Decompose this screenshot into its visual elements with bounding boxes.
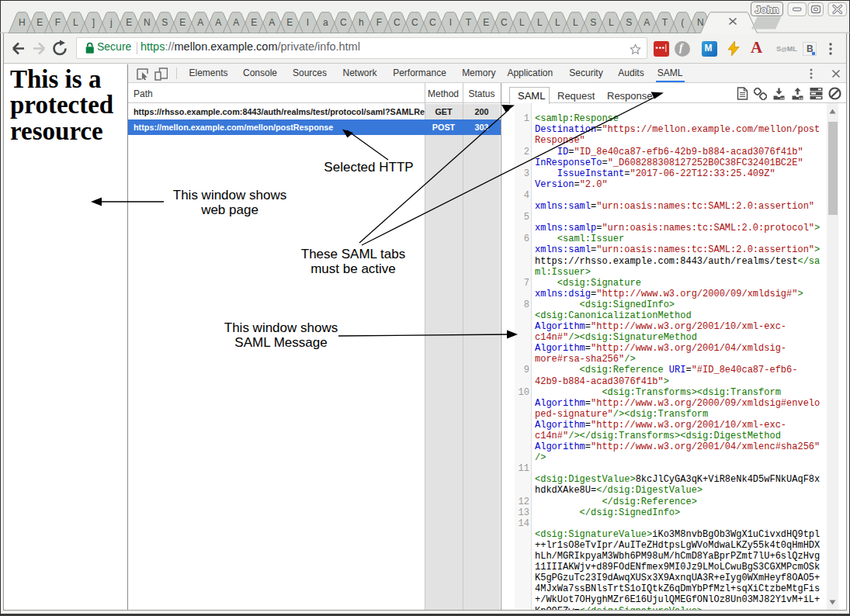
svg-text:L: L xyxy=(609,17,614,28)
svg-text:(: ( xyxy=(681,17,684,28)
svg-text:E: E xyxy=(286,17,293,28)
svg-text:C: C xyxy=(394,17,401,28)
svg-text:h: h xyxy=(359,17,364,28)
svg-text:L: L xyxy=(555,17,560,28)
svg-text:E: E xyxy=(483,17,489,28)
svg-text:E: E xyxy=(179,17,186,28)
svg-text:H: H xyxy=(19,17,26,28)
svg-text:T: T xyxy=(662,17,668,28)
svg-text:N: N xyxy=(697,17,704,28)
svg-text:A: A xyxy=(215,17,221,28)
svg-text:L: L xyxy=(573,17,578,28)
svg-text:T: T xyxy=(466,17,472,28)
svg-text:F: F xyxy=(376,17,382,28)
svg-text:A: A xyxy=(644,17,650,28)
svg-text:E: E xyxy=(126,17,132,28)
svg-text:j: j xyxy=(109,17,113,28)
svg-text:John: John xyxy=(755,4,779,16)
svg-text:A: A xyxy=(269,17,275,28)
svg-text:L: L xyxy=(537,17,543,28)
svg-text:C: C xyxy=(411,17,418,28)
svg-text:I: I xyxy=(307,17,309,28)
svg-text:A: A xyxy=(233,17,239,28)
svg-text:a: a xyxy=(323,17,328,28)
svg-text:C: C xyxy=(429,17,436,28)
svg-text:C: C xyxy=(501,17,508,28)
svg-text:S: S xyxy=(626,17,632,28)
svg-text:F: F xyxy=(55,17,61,28)
svg-text:A: A xyxy=(197,17,203,28)
svg-text:L: L xyxy=(519,17,525,28)
svg-text:S: S xyxy=(590,17,596,28)
svg-text:L: L xyxy=(73,17,78,28)
svg-text:S: S xyxy=(161,17,168,28)
svg-text:E: E xyxy=(251,17,257,28)
svg-text:N: N xyxy=(144,17,151,28)
svg-text:]: ] xyxy=(92,17,95,28)
svg-text:I: I xyxy=(449,17,452,28)
svg-text:E: E xyxy=(36,17,43,28)
svg-text:C: C xyxy=(340,17,347,28)
